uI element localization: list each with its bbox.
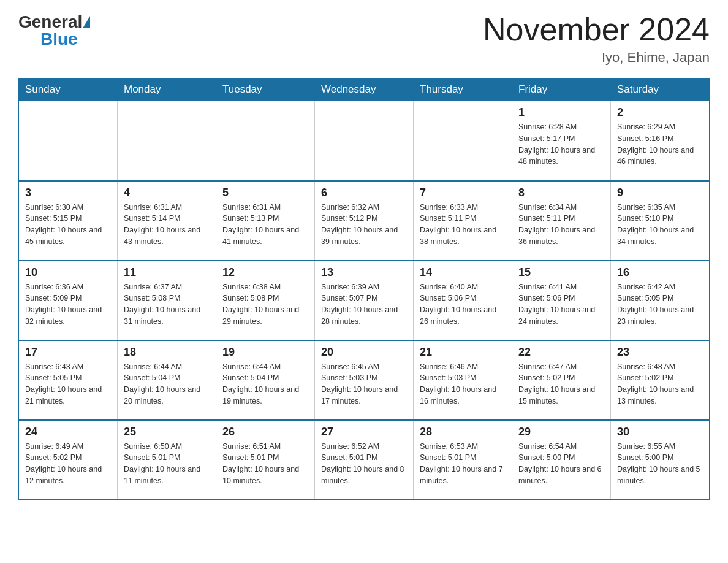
logo: General Blue — [18, 12, 91, 49]
day-number: 25 — [124, 426, 210, 439]
calendar-cell: 22Sunrise: 6:47 AM Sunset: 5:02 PM Dayli… — [512, 340, 611, 420]
day-number: 23 — [617, 346, 703, 359]
week-row-2: 3Sunrise: 6:30 AM Sunset: 5:15 PM Daylig… — [19, 181, 710, 261]
day-number: 5 — [222, 186, 308, 199]
calendar-cell: 25Sunrise: 6:50 AM Sunset: 5:01 PM Dayli… — [118, 420, 216, 500]
day-info: Sunrise: 6:53 AM Sunset: 5:01 PM Dayligh… — [420, 441, 506, 487]
weekday-header-row: SundayMondayTuesdayWednesdayThursdayFrid… — [19, 79, 710, 101]
day-info: Sunrise: 6:40 AM Sunset: 5:06 PM Dayligh… — [420, 282, 506, 327]
day-info: Sunrise: 6:46 AM Sunset: 5:03 PM Dayligh… — [420, 361, 506, 407]
day-info: Sunrise: 6:55 AM Sunset: 5:00 PM Dayligh… — [617, 441, 703, 487]
day-number: 12 — [222, 266, 308, 279]
day-info: Sunrise: 6:38 AM Sunset: 5:08 PM Dayligh… — [222, 282, 308, 327]
day-info: Sunrise: 6:52 AM Sunset: 5:01 PM Dayligh… — [321, 441, 407, 487]
day-info: Sunrise: 6:44 AM Sunset: 5:04 PM Dayligh… — [124, 361, 210, 407]
calendar-cell: 13Sunrise: 6:39 AM Sunset: 5:07 PM Dayli… — [315, 261, 414, 340]
day-number: 14 — [420, 266, 506, 279]
day-info: Sunrise: 6:31 AM Sunset: 5:14 PM Dayligh… — [124, 202, 210, 248]
day-info: Sunrise: 6:54 AM Sunset: 5:00 PM Dayligh… — [518, 441, 604, 487]
calendar-cell: 17Sunrise: 6:43 AM Sunset: 5:05 PM Dayli… — [19, 340, 118, 420]
weekday-header-tuesday: Tuesday — [216, 79, 315, 101]
day-info: Sunrise: 6:35 AM Sunset: 5:10 PM Dayligh… — [617, 202, 703, 248]
day-number: 17 — [25, 346, 111, 359]
day-number: 2 — [617, 106, 703, 119]
location: Iyo, Ehime, Japan — [483, 50, 710, 66]
day-info: Sunrise: 6:48 AM Sunset: 5:02 PM Dayligh… — [617, 361, 703, 407]
calendar-cell — [216, 101, 315, 181]
calendar-cell: 26Sunrise: 6:51 AM Sunset: 5:01 PM Dayli… — [216, 420, 315, 500]
logo-triangle-icon — [83, 16, 90, 28]
title-area: November 2024 Iyo, Ehime, Japan — [483, 12, 710, 66]
day-number: 30 — [617, 426, 703, 439]
calendar-cell: 11Sunrise: 6:37 AM Sunset: 5:08 PM Dayli… — [118, 261, 216, 340]
calendar-cell: 4Sunrise: 6:31 AM Sunset: 5:14 PM Daylig… — [118, 181, 216, 261]
calendar-cell: 24Sunrise: 6:49 AM Sunset: 5:02 PM Dayli… — [19, 420, 118, 500]
calendar-cell: 18Sunrise: 6:44 AM Sunset: 5:04 PM Dayli… — [118, 340, 216, 420]
day-number: 24 — [25, 426, 111, 439]
day-info: Sunrise: 6:44 AM Sunset: 5:04 PM Dayligh… — [222, 361, 308, 407]
calendar-cell: 19Sunrise: 6:44 AM Sunset: 5:04 PM Dayli… — [216, 340, 315, 420]
day-number: 6 — [321, 186, 407, 199]
day-number: 9 — [617, 186, 703, 199]
page-header: General Blue November 2024 Iyo, Ehime, J… — [18, 12, 710, 66]
weekday-header-friday: Friday — [512, 79, 611, 101]
calendar-cell: 20Sunrise: 6:45 AM Sunset: 5:03 PM Dayli… — [315, 340, 414, 420]
calendar-cell: 1Sunrise: 6:28 AM Sunset: 5:17 PM Daylig… — [512, 101, 611, 181]
day-info: Sunrise: 6:30 AM Sunset: 5:15 PM Dayligh… — [25, 202, 111, 248]
week-row-3: 10Sunrise: 6:36 AM Sunset: 5:09 PM Dayli… — [19, 261, 710, 340]
day-info: Sunrise: 6:45 AM Sunset: 5:03 PM Dayligh… — [321, 361, 407, 407]
calendar-cell: 12Sunrise: 6:38 AM Sunset: 5:08 PM Dayli… — [216, 261, 315, 340]
day-info: Sunrise: 6:47 AM Sunset: 5:02 PM Dayligh… — [518, 361, 604, 407]
day-number: 11 — [124, 266, 210, 279]
calendar-cell: 7Sunrise: 6:33 AM Sunset: 5:11 PM Daylig… — [414, 181, 512, 261]
month-title: November 2024 — [483, 12, 710, 47]
week-row-4: 17Sunrise: 6:43 AM Sunset: 5:05 PM Dayli… — [19, 340, 710, 420]
weekday-header-sunday: Sunday — [19, 79, 118, 101]
calendar-cell: 27Sunrise: 6:52 AM Sunset: 5:01 PM Dayli… — [315, 420, 414, 500]
calendar-cell: 21Sunrise: 6:46 AM Sunset: 5:03 PM Dayli… — [414, 340, 512, 420]
calendar-cell: 14Sunrise: 6:40 AM Sunset: 5:06 PM Dayli… — [414, 261, 512, 340]
weekday-header-monday: Monday — [118, 79, 216, 101]
logo-blue: Blue — [40, 29, 78, 49]
week-row-1: 1Sunrise: 6:28 AM Sunset: 5:17 PM Daylig… — [19, 101, 710, 181]
day-info: Sunrise: 6:43 AM Sunset: 5:05 PM Dayligh… — [25, 361, 111, 407]
day-number: 19 — [222, 346, 308, 359]
day-info: Sunrise: 6:29 AM Sunset: 5:16 PM Dayligh… — [617, 121, 703, 167]
day-info: Sunrise: 6:36 AM Sunset: 5:09 PM Dayligh… — [25, 282, 111, 327]
day-number: 21 — [420, 346, 506, 359]
day-number: 8 — [518, 186, 604, 199]
calendar-cell: 29Sunrise: 6:54 AM Sunset: 5:00 PM Dayli… — [512, 420, 611, 500]
day-number: 10 — [25, 266, 111, 279]
calendar-cell: 8Sunrise: 6:34 AM Sunset: 5:11 PM Daylig… — [512, 181, 611, 261]
calendar-cell — [19, 101, 118, 181]
calendar-cell — [315, 101, 414, 181]
day-number: 16 — [617, 266, 703, 279]
calendar-cell: 9Sunrise: 6:35 AM Sunset: 5:10 PM Daylig… — [611, 181, 710, 261]
calendar-cell — [414, 101, 512, 181]
day-info: Sunrise: 6:50 AM Sunset: 5:01 PM Dayligh… — [124, 441, 210, 487]
calendar-cell: 28Sunrise: 6:53 AM Sunset: 5:01 PM Dayli… — [414, 420, 512, 500]
calendar-cell: 23Sunrise: 6:48 AM Sunset: 5:02 PM Dayli… — [611, 340, 710, 420]
day-number: 28 — [420, 426, 506, 439]
day-info: Sunrise: 6:37 AM Sunset: 5:08 PM Dayligh… — [124, 282, 210, 327]
day-info: Sunrise: 6:42 AM Sunset: 5:05 PM Dayligh… — [617, 282, 703, 327]
day-number: 22 — [518, 346, 604, 359]
day-number: 3 — [25, 186, 111, 199]
day-info: Sunrise: 6:34 AM Sunset: 5:11 PM Dayligh… — [518, 202, 604, 248]
calendar-cell: 16Sunrise: 6:42 AM Sunset: 5:05 PM Dayli… — [611, 261, 710, 340]
day-number: 15 — [518, 266, 604, 279]
day-number: 1 — [518, 106, 604, 119]
day-info: Sunrise: 6:49 AM Sunset: 5:02 PM Dayligh… — [25, 441, 111, 487]
calendar-cell: 30Sunrise: 6:55 AM Sunset: 5:00 PM Dayli… — [611, 420, 710, 500]
day-number: 26 — [222, 426, 308, 439]
calendar-cell: 5Sunrise: 6:31 AM Sunset: 5:13 PM Daylig… — [216, 181, 315, 261]
calendar-cell: 6Sunrise: 6:32 AM Sunset: 5:12 PM Daylig… — [315, 181, 414, 261]
calendar-table: SundayMondayTuesdayWednesdayThursdayFrid… — [18, 78, 710, 500]
day-info: Sunrise: 6:33 AM Sunset: 5:11 PM Dayligh… — [420, 202, 506, 248]
day-number: 27 — [321, 426, 407, 439]
day-number: 4 — [124, 186, 210, 199]
weekday-header-wednesday: Wednesday — [315, 79, 414, 101]
day-info: Sunrise: 6:31 AM Sunset: 5:13 PM Dayligh… — [222, 202, 308, 248]
day-info: Sunrise: 6:51 AM Sunset: 5:01 PM Dayligh… — [222, 441, 308, 487]
day-number: 29 — [518, 426, 604, 439]
